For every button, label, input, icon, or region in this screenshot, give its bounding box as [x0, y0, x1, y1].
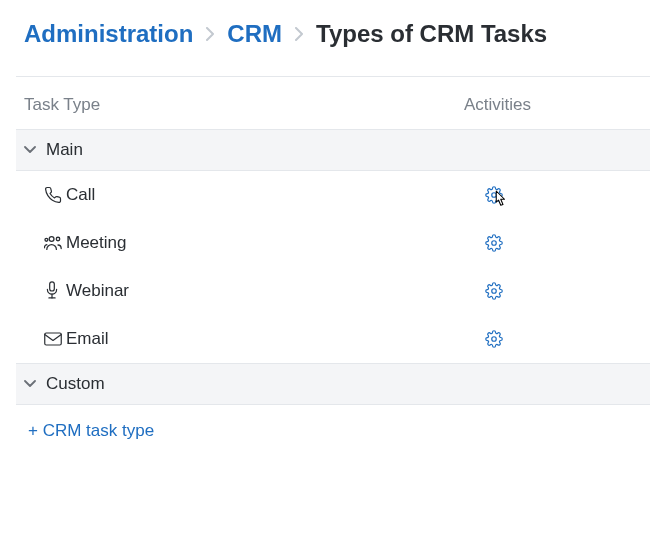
settings-button[interactable]	[485, 186, 503, 204]
svg-point-3	[45, 238, 48, 241]
table-row: Call	[16, 171, 650, 219]
phone-icon	[24, 186, 66, 204]
envelope-icon	[24, 332, 66, 346]
breadcrumb-crm[interactable]: CRM	[227, 20, 282, 48]
table-header: Task Type Activities	[16, 83, 650, 129]
chevron-right-icon	[205, 27, 215, 41]
table-row: Webinar	[16, 267, 650, 315]
page-title: Types of CRM Tasks	[316, 20, 547, 48]
settings-button[interactable]	[485, 234, 503, 252]
chevron-right-icon	[294, 27, 304, 41]
breadcrumb-administration[interactable]: Administration	[24, 20, 193, 48]
breadcrumb: Administration CRM Types of CRM Tasks	[16, 20, 650, 48]
chevron-down-icon	[24, 380, 36, 388]
svg-rect-5	[50, 282, 55, 291]
section-label: Main	[46, 140, 83, 160]
add-crm-task-type-link[interactable]: + CRM task type	[16, 405, 162, 441]
settings-button[interactable]	[485, 282, 503, 300]
task-name: Meeting	[66, 233, 464, 253]
table-row: Email	[16, 315, 650, 363]
divider	[16, 76, 650, 77]
task-name: Call	[66, 185, 464, 205]
task-name: Email	[66, 329, 464, 349]
svg-rect-9	[45, 333, 62, 345]
chevron-down-icon	[24, 146, 36, 154]
svg-point-2	[56, 237, 60, 241]
people-icon	[24, 235, 66, 251]
svg-point-10	[492, 337, 497, 342]
settings-button[interactable]	[485, 330, 503, 348]
svg-point-0	[492, 193, 497, 198]
col-header-task-type: Task Type	[24, 95, 464, 115]
microphone-icon	[24, 281, 66, 301]
col-header-activities: Activities	[464, 95, 531, 115]
svg-point-8	[492, 289, 497, 294]
svg-point-4	[492, 241, 497, 246]
svg-point-1	[49, 237, 54, 242]
table-row: Meeting	[16, 219, 650, 267]
section-header-main[interactable]: Main	[16, 129, 650, 171]
section-label: Custom	[46, 374, 105, 394]
section-header-custom[interactable]: Custom	[16, 363, 650, 405]
task-name: Webinar	[66, 281, 464, 301]
